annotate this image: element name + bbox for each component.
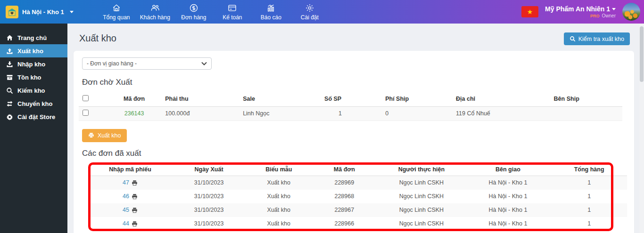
col-ma-don: Mã đơn xyxy=(311,163,379,176)
sidebar-item-label: Nhập kho xyxy=(17,61,45,68)
receipt-link[interactable]: 46 xyxy=(123,193,129,200)
cell-ma-don: 228966 xyxy=(311,217,379,231)
cell-ma-don: 228968 xyxy=(311,190,379,203)
col-tong-hang: Tổng hàng xyxy=(551,163,627,176)
receipt-link[interactable]: 47 xyxy=(123,179,129,186)
nav-item-bao-cao[interactable]: Báo cáo xyxy=(252,0,290,24)
sidebar-item-label: Chuyển kho xyxy=(17,100,52,107)
sidebar-item-cai-dat-store[interactable]: Cài đặt Store xyxy=(0,110,67,123)
col-nguoi-thuc-hien: Người thực hiện xyxy=(378,163,465,176)
nav-label: Khách hàng xyxy=(140,14,170,21)
row-checkbox[interactable] xyxy=(83,110,89,116)
chevron-down-icon xyxy=(201,62,207,65)
cell-ma-don: 228967 xyxy=(311,203,379,217)
stock-box-icon xyxy=(6,74,13,81)
scrollbar-thumb[interactable] xyxy=(640,26,644,82)
nav-label: Cài đặt xyxy=(301,14,319,21)
main-content: Xuất kho Kiểm tra xuất kho - Đơn vị giao… xyxy=(67,24,644,233)
cell-tong-hang: 1 xyxy=(551,217,627,231)
cell-nguoi-thuc-hien: Ngọc Linh CSKH xyxy=(378,217,465,231)
content-card: - Đơn vị giao hàng - Đơn chờ Xuất Mã đơn… xyxy=(74,51,634,233)
check-export-button-label: Kiểm tra xuất kho xyxy=(578,36,624,42)
order-link[interactable]: 236143 xyxy=(124,110,144,117)
cell-ngay-xuat: 31/10/2023 xyxy=(171,217,247,231)
select-all-checkbox[interactable] xyxy=(83,95,89,101)
search-icon xyxy=(570,36,576,42)
cell-dia-chi: 119 Cổ Nhuế xyxy=(452,106,550,121)
avatar[interactable] xyxy=(622,3,640,21)
overview-home-icon xyxy=(112,3,121,13)
col-ma-don: Mã đơn xyxy=(107,92,161,106)
col-nhap-ma-phieu: Nhập mã phiếu xyxy=(90,163,171,176)
audit-search-icon xyxy=(6,87,13,94)
role-label: Owner xyxy=(602,13,616,18)
table-row: 236143 100.000đ Linh Ngọc 1 0 119 Cổ Nhu… xyxy=(79,106,622,121)
nav-item-tong-quan[interactable]: Tổng quan xyxy=(97,0,136,24)
sidebar-item-label: Cài đặt Store xyxy=(17,113,55,121)
cell-ngay-xuat: 31/10/2023 xyxy=(171,203,247,217)
plan-badge: PRO xyxy=(590,14,600,18)
top-nav-menu: Tổng quan Khách hàng Đơn hàng Kế toán Bá… xyxy=(97,0,329,24)
printer-icon[interactable] xyxy=(132,221,138,227)
delivery-unit-selected-value: - Đơn vị giao hàng - xyxy=(87,60,201,67)
sidebar-item-label: Xuất kho xyxy=(17,48,43,55)
cell-bieu-mau: Xuất kho xyxy=(247,203,311,217)
printer-icon[interactable] xyxy=(132,180,138,186)
nav-item-don-hang[interactable]: Đơn hàng xyxy=(174,0,213,24)
sidebar-item-ton-kho[interactable]: Tồn kho xyxy=(0,71,67,84)
receipt-link[interactable]: 44 xyxy=(123,220,129,227)
sidebar-item-xuat-kho[interactable]: Xuất kho xyxy=(0,44,67,57)
nav-item-cai-dat[interactable]: Cài đặt xyxy=(290,0,329,24)
cell-nguoi-thuc-hien: Ngọc Linh CSKH xyxy=(378,203,465,217)
sidebar-item-kiem-kho[interactable]: Kiểm kho xyxy=(0,84,67,97)
store-switcher[interactable]: Hà Nội - Kho 1 xyxy=(0,6,79,18)
store-settings-gear-icon xyxy=(6,113,13,121)
printer-icon[interactable] xyxy=(132,207,138,213)
exported-header-row: Nhập mã phiếu Ngày Xuất Biểu mẫu Mã đơn … xyxy=(90,163,627,176)
sidebar-item-nhap-kho[interactable]: Nhập kho xyxy=(0,57,67,71)
cell-ben-giao: Hà Nội - Kho 1 xyxy=(465,190,552,203)
sidebar-item-chuyen-kho[interactable]: Chuyển kho xyxy=(0,97,67,110)
account-menu[interactable]: Mỹ Phẩm An Nhiên 1 PRO Owner xyxy=(545,5,616,18)
nav-label: Tổng quan xyxy=(103,14,130,21)
col-so-sp: Số SP xyxy=(321,92,381,106)
export-button[interactable]: Xuất kho xyxy=(82,129,127,142)
printer-icon[interactable] xyxy=(132,193,138,200)
col-phai-thu: Phải thu xyxy=(161,92,239,106)
cell-ma-don: 228969 xyxy=(311,176,379,190)
customers-icon xyxy=(150,3,160,13)
pending-section-title: Đơn chờ Xuất xyxy=(82,78,626,87)
export-button-label: Xuất kho xyxy=(98,132,121,139)
cell-nguoi-thuc-hien: Ngọc Linh CSKH xyxy=(378,176,465,190)
check-export-button[interactable]: Kiểm tra xuất kho xyxy=(564,32,630,45)
import-download-icon xyxy=(6,61,13,68)
top-navbar: Hà Nội - Kho 1 Tổng quan Khách hàng Đơn … xyxy=(0,0,644,24)
nav-label: Báo cáo xyxy=(261,14,281,21)
col-ben-ship: Bên Ship xyxy=(550,92,622,106)
receipt-link[interactable]: 45 xyxy=(123,207,129,213)
delivery-unit-select[interactable]: - Đơn vị giao hàng - xyxy=(82,57,212,70)
table-row: 46 31/10/2023 Xuất kho 228968 Ngọc Linh … xyxy=(90,190,627,203)
cell-tong-hang: 1 xyxy=(551,176,627,190)
scrollbar-track xyxy=(639,24,644,233)
vietnam-flag-icon[interactable]: ★ xyxy=(521,6,538,17)
table-row: 44 31/10/2023 Xuất kho 228966 Ngọc Linh … xyxy=(90,217,627,231)
sidebar-item-trang-chu[interactable]: Trang chủ xyxy=(0,31,67,44)
cell-phi-ship: 0 xyxy=(381,106,452,121)
cell-bieu-mau: Xuất kho xyxy=(247,217,311,231)
nav-label: Kế toán xyxy=(223,14,242,21)
cell-bieu-mau: Xuất kho xyxy=(247,190,311,203)
store-label: Hà Nội - Kho 1 xyxy=(22,8,64,16)
accounting-card-icon xyxy=(227,3,237,13)
col-phi-ship: Phí Ship xyxy=(381,92,452,106)
nav-item-khach-hang[interactable]: Khách hàng xyxy=(136,0,174,24)
topbar-right: ★ Mỹ Phẩm An Nhiên 1 PRO Owner xyxy=(521,3,644,21)
reports-chart-icon xyxy=(266,3,276,13)
col-sale: Sale xyxy=(239,92,321,106)
table-row: 47 31/10/2023 Xuất kho 228969 Ngọc Linh … xyxy=(90,176,627,190)
pending-orders-table: Mã đơn Phải thu Sale Số SP Phí Ship Địa … xyxy=(79,92,622,121)
cell-bieu-mau: Xuất kho xyxy=(247,176,311,190)
cell-ben-ship xyxy=(550,106,622,121)
nav-item-ke-toan[interactable]: Kế toán xyxy=(213,0,252,24)
sidebar-item-label: Tồn kho xyxy=(17,74,41,81)
